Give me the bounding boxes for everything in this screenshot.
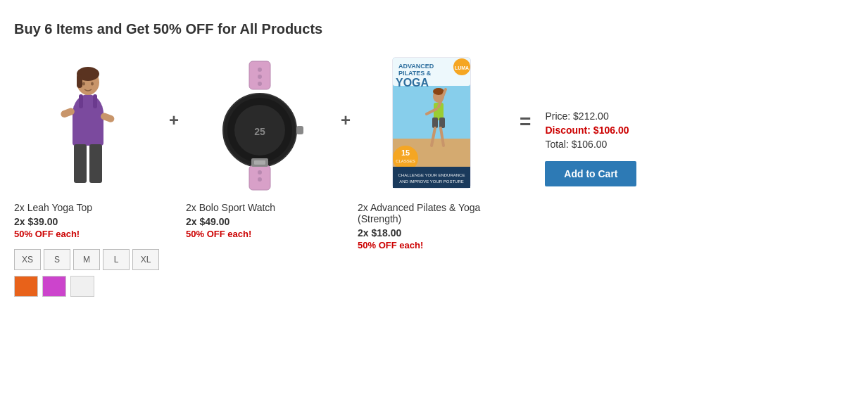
product-price-yoga-top: 2x $39.00 [14,216,162,227]
svg-point-15 [258,75,262,79]
product-name-yoga-dvd: 2x Advanced Pilates & Yoga (Strength) [358,202,505,224]
price-label: Price: [545,110,573,122]
svg-rect-21 [296,126,303,134]
plus-operator-2: + [334,54,358,130]
svg-text:CHALLENGE YOUR ENDURANCE: CHALLENGE YOUR ENDURANCE [398,173,465,177]
equals-operator: = [505,54,545,133]
size-xl-button[interactable]: XL [132,249,159,270]
svg-point-9 [82,82,85,86]
svg-text:AND IMPROVE YOUR POSTURE: AND IMPROVE YOUR POSTURE [399,179,464,184]
svg-point-23 [258,170,262,174]
total-value: $106.00 [572,139,608,150]
svg-rect-8 [77,74,82,88]
svg-rect-4 [74,144,87,183]
color-swatch-white[interactable] [70,276,94,297]
product-price-bolo-watch: 2x $49.00 [186,216,334,227]
product-discount-bolo-watch: 50% OFF each! [186,229,334,239]
total-line: Total: $106.00 [545,139,658,150]
svg-rect-1 [79,94,83,108]
product-item-yoga-dvd: LUMA ADVANCED PILATES & YOGA 15 CLASSES … [358,54,505,256]
product-discount-yoga-dvd: 50% OFF each! [358,240,505,250]
discount-label: Discount: [545,125,593,136]
plus-operator-1: + [162,54,186,130]
product-price-yoga-dvd: 2x $18.00 [358,227,505,239]
color-swatch-magenta[interactable] [42,276,66,297]
svg-text:ADVANCED: ADVANCED [398,63,434,70]
svg-text:PILATES &: PILATES & [398,70,432,77]
size-l-button[interactable]: L [103,249,130,270]
price-line: Price: $212.00 [545,110,658,122]
size-options-yoga-top: XS S M L XL [14,249,162,270]
promo-title: Buy 6 Items and Get 50% OFF for All Prod… [14,21,854,37]
svg-rect-26 [254,160,265,165]
pricing-section: Price: $212.00 Discount: $106.00 Total: … [545,54,658,186]
svg-text:CLASSES: CLASSES [396,159,415,163]
product-item-bolo-watch: 25 2x Bolo Sport Watch 2x $49.00 50% OFF… [186,54,334,245]
product-name-bolo-watch: 2x Bolo Sport Watch [186,202,334,213]
add-to-cart-button[interactable]: Add to Cart [545,161,636,186]
svg-point-14 [258,68,262,72]
total-label: Total: [545,139,571,150]
svg-rect-34 [439,117,445,128]
product-name-yoga-top: 2x Leah Yoga Top [14,202,162,213]
color-options-yoga-top [14,276,162,297]
product-image-yoga-top [46,54,130,195]
bundle-row: 2x Leah Yoga Top 2x $39.00 50% OFF each!… [14,54,854,297]
product-item-yoga-top: 2x Leah Yoga Top 2x $39.00 50% OFF each!… [14,54,162,297]
color-swatch-orange[interactable] [14,276,38,297]
size-s-button[interactable]: S [44,249,70,270]
product-image-yoga-dvd: LUMA ADVANCED PILATES & YOGA 15 CLASSES … [386,54,477,195]
svg-point-10 [91,82,94,86]
svg-text:LUMA: LUMA [455,65,469,70]
svg-text:YOGA: YOGA [396,77,429,89]
price-value: $212.00 [573,110,609,122]
size-xs-button[interactable]: XS [14,249,41,270]
svg-point-16 [258,82,262,86]
discount-value: $106.00 [593,125,629,136]
svg-text:25: 25 [254,126,265,137]
svg-rect-3 [73,110,103,146]
svg-rect-5 [89,144,102,183]
svg-point-24 [258,177,262,182]
svg-rect-33 [432,117,438,128]
product-discount-yoga-top: 50% OFF each! [14,229,162,239]
svg-text:15: 15 [401,148,410,157]
size-m-button[interactable]: M [73,249,100,270]
svg-rect-48 [393,167,470,188]
svg-rect-2 [93,94,97,108]
product-image-bolo-watch: 25 [210,54,309,195]
discount-line: Discount: $106.00 [545,125,658,136]
